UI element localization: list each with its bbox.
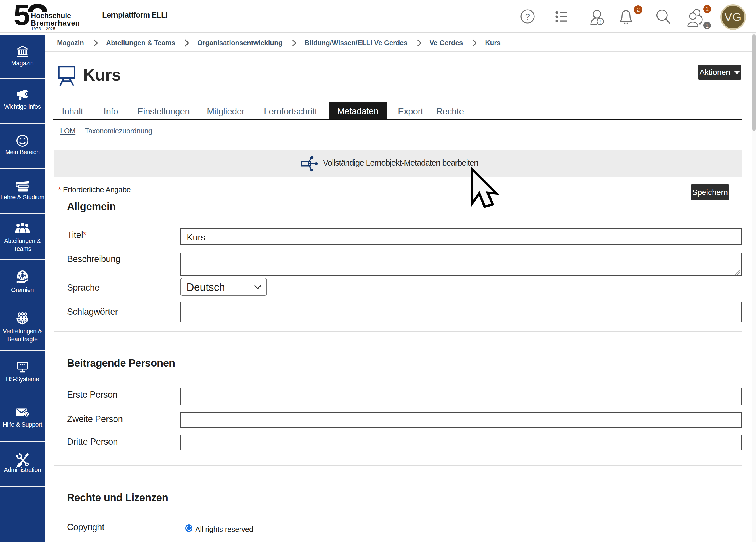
svg-text:?: ? [525, 12, 530, 21]
svg-text:!: ! [599, 18, 601, 25]
svg-text:?: ? [25, 412, 28, 417]
